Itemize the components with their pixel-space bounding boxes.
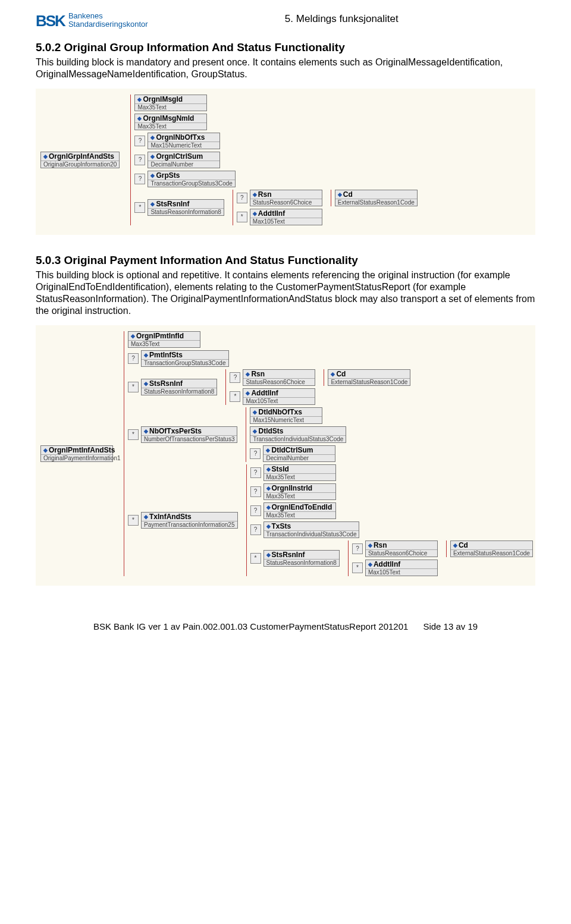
diamond-icon: ◆ bbox=[253, 210, 257, 216]
schema-node-orgnlmsgid: ◆OrgnlMsgIdMax35Text bbox=[134, 95, 207, 111]
occurrence-indicator: * bbox=[128, 429, 139, 440]
diamond-icon: ◆ bbox=[144, 352, 148, 358]
logo-symbol: BSK bbox=[36, 12, 65, 30]
schema-node-stsrsninf: ◆StsRsnInfStatusReasonInformation8 bbox=[141, 379, 217, 395]
occurrence-indicator: * bbox=[237, 212, 247, 222]
schema-node-dtldsts: ◆DtldStsTransactionIndividualStatus3Code bbox=[250, 426, 346, 443]
schema-node-orgnlgrpinfandsts: ◆OrgnlGrpInfAndStsOriginalGroupInformati… bbox=[40, 152, 120, 168]
schema-node-addtlinf: ◆AddtlInfMax105Text bbox=[365, 560, 438, 576]
occurrence-indicator: * bbox=[128, 515, 139, 526]
schema-node-txsts: ◆TxStsTransactionIndividualStatus3Code bbox=[263, 521, 360, 538]
section-502-body: This building block is mandatory and pre… bbox=[36, 56, 535, 80]
schema-node-stsrsninf: ◆StsRsnInfStatusReasonInformation8 bbox=[148, 199, 224, 216]
occurrence-indicator: ? bbox=[134, 136, 145, 146]
diamond-icon: ◆ bbox=[150, 134, 155, 140]
schema-node-orgnlmsgnmid: ◆OrgnlMsgNmIdMax35Text bbox=[134, 114, 207, 130]
schema-node-stsid: ◆StsIdMax35Text bbox=[263, 464, 336, 481]
schema-node-dtldctrlsum: ◆DtldCtrlSumDecimalNumber bbox=[263, 445, 335, 462]
occurrence-indicator: ? bbox=[250, 524, 261, 535]
diamond-icon: ◆ bbox=[43, 447, 48, 453]
schema-node-grpsts: ◆GrpStsTransactionGroupStatus3Code bbox=[148, 171, 236, 187]
occurrence-indicator: ? bbox=[250, 467, 261, 478]
footer-doc: BSK Bank IG ver 1 av Pain.002.001.03 Cus… bbox=[93, 621, 408, 631]
diamond-icon: ◆ bbox=[331, 371, 335, 377]
occurrence-indicator: ? bbox=[250, 448, 261, 459]
header-title: 5. Meldings funksjonalitet bbox=[148, 13, 535, 25]
schema-node-cd: ◆CdExternalStatusReason1Code bbox=[335, 190, 418, 206]
occurrence-indicator: ? bbox=[134, 174, 145, 184]
schema-node-orgnlctrlsum: ◆OrgnlCtrlSumDecimalNumber bbox=[148, 152, 220, 168]
diamond-icon: ◆ bbox=[137, 115, 142, 121]
occurrence-indicator: ? bbox=[250, 505, 261, 516]
diamond-icon: ◆ bbox=[246, 390, 250, 396]
occurrence-indicator: * bbox=[352, 562, 363, 573]
diamond-icon: ◆ bbox=[150, 201, 155, 207]
occurrence-indicator: ? bbox=[128, 353, 139, 364]
page-header: BSK Bankenes Standardiseringskontor 5. M… bbox=[36, 12, 535, 30]
schema-node-orgnlinstrid: ◆OrgnlInstrIdMax35Text bbox=[263, 483, 336, 500]
diamond-icon: ◆ bbox=[150, 153, 155, 159]
diamond-icon: ◆ bbox=[368, 561, 372, 567]
diamond-icon: ◆ bbox=[131, 333, 135, 339]
schema-node-dtldnboftxs: ◆DtldNbOfTxsMax15NumericText bbox=[250, 407, 322, 424]
diamond-icon: ◆ bbox=[253, 409, 257, 415]
occurrence-indicator: * bbox=[250, 553, 261, 564]
schema-node-rsn: ◆RsnStatusReason6Choice bbox=[250, 190, 322, 206]
occurrence-indicator: * bbox=[230, 391, 240, 402]
occurrence-indicator: ? bbox=[134, 155, 145, 165]
diamond-icon: ◆ bbox=[150, 172, 155, 178]
diamond-icon: ◆ bbox=[144, 514, 148, 520]
schema-node-orgnlendtoendid: ◆OrgnlEndToEndIdMax35Text bbox=[263, 502, 336, 519]
diagram-orgnlgrpinfandsts: ◆OrgnlGrpInfAndStsOriginalGroupInformati… bbox=[36, 89, 535, 235]
diamond-icon: ◆ bbox=[137, 96, 142, 102]
schema-node-cd: ◆CdExternalStatusReason1Code bbox=[450, 540, 533, 557]
diamond-icon: ◆ bbox=[266, 485, 271, 491]
diamond-icon: ◆ bbox=[266, 523, 271, 529]
diagram-orgnlpmtinfandsts: ◆OrgnlPmtInfAndStsOriginalPaymentInforma… bbox=[36, 325, 535, 586]
diamond-icon: ◆ bbox=[266, 552, 271, 558]
schema-node-stsrsninf: ◆StsRsnInfStatusReasonInformation8 bbox=[263, 550, 340, 567]
occurrence-indicator: ? bbox=[237, 193, 247, 203]
occurrence-indicator: ? bbox=[352, 543, 363, 554]
schema-node-pmtinfsts: ◆PmtInfStsTransactionGroupStatus3Code bbox=[141, 350, 229, 367]
occurrence-indicator: ? bbox=[230, 372, 240, 383]
schema-node-addtlinf: ◆AddtlInfMax105Text bbox=[250, 209, 322, 225]
page-footer: BSK Bank IG ver 1 av Pain.002.001.03 Cus… bbox=[36, 621, 535, 643]
section-502-heading: 5.0.2 Original Group Information And Sta… bbox=[36, 41, 535, 54]
diamond-icon: ◆ bbox=[453, 542, 457, 548]
logo-text: Bankenes Standardiseringskontor bbox=[68, 12, 148, 28]
schema-node-nboftxspersts: ◆NbOfTxsPerStsNumberOfTransactionsPerSta… bbox=[141, 426, 237, 443]
footer-page: Side 13 av 19 bbox=[423, 621, 478, 631]
diamond-icon: ◆ bbox=[144, 428, 148, 434]
schema-node-orgnlpmtinfid: ◆OrgnlPmtInfIdMax35Text bbox=[128, 331, 200, 348]
diamond-icon: ◆ bbox=[368, 542, 372, 548]
diamond-icon: ◆ bbox=[253, 428, 257, 434]
schema-node-rsn: ◆RsnStatusReason6Choice bbox=[365, 540, 438, 557]
section-503-heading: 5.0.3 Original Payment Information And S… bbox=[36, 254, 535, 267]
diamond-icon: ◆ bbox=[266, 447, 270, 453]
diamond-icon: ◆ bbox=[246, 371, 250, 377]
occurrence-indicator: ? bbox=[250, 486, 261, 497]
schema-node-addtlinf: ◆AddtlInfMax105Text bbox=[243, 388, 315, 405]
diamond-icon: ◆ bbox=[144, 381, 148, 386]
occurrence-indicator: * bbox=[128, 382, 139, 392]
diamond-icon: ◆ bbox=[266, 466, 271, 472]
section-503-body: This building block is optional and repe… bbox=[36, 269, 535, 317]
schema-node-cd: ◆CdExternalStatusReason1Code bbox=[328, 369, 410, 386]
schema-node-rsn: ◆RsnStatusReason6Choice bbox=[243, 369, 315, 386]
diamond-icon: ◆ bbox=[253, 191, 257, 197]
schema-node-txinfandsts: ◆TxInfAndStsPaymentTransactionInformatio… bbox=[141, 512, 238, 529]
diamond-icon: ◆ bbox=[266, 504, 271, 510]
logo: BSK Bankenes Standardiseringskontor bbox=[36, 12, 148, 30]
diamond-icon: ◆ bbox=[43, 153, 48, 159]
diamond-icon: ◆ bbox=[338, 191, 342, 197]
occurrence-indicator: * bbox=[134, 202, 145, 213]
schema-node-orgnlnboftxs: ◆OrgnlNbOfTxsMax15NumericText bbox=[148, 133, 220, 149]
schema-node-orgnlpmtinfandsts: ◆OrgnlPmtInfAndStsOriginalPaymentInforma… bbox=[40, 445, 113, 462]
